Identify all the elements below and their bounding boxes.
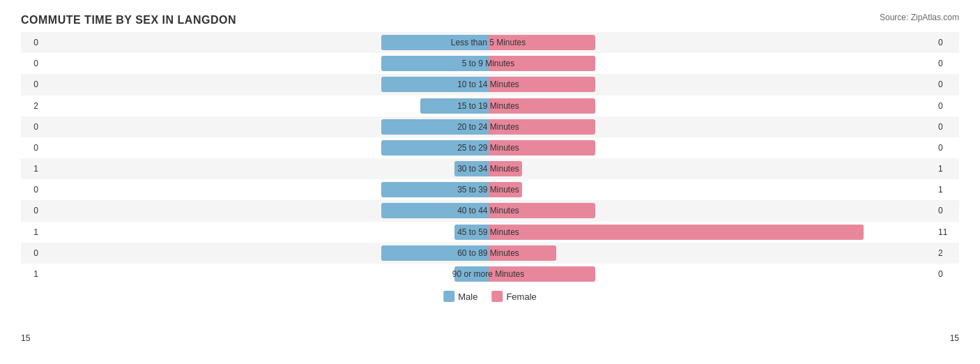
table-row: 145 to 59 Minutes11 xyxy=(21,222,959,243)
row-label: 90 or more Minutes xyxy=(452,269,524,279)
table-row: 010 to 14 Minutes0 xyxy=(21,74,959,95)
table-row: 020 to 24 Minutes0 xyxy=(21,116,959,137)
bar-section: 35 to 39 Minutes xyxy=(42,179,935,200)
female-value: 0 xyxy=(935,79,959,89)
female-value: 1 xyxy=(935,185,959,195)
chart-title: COMMUTE TIME BY SEX IN LANGDON xyxy=(21,14,959,26)
bar-section: 15 to 19 Minutes xyxy=(42,96,935,116)
row-label: Less than 5 Minutes xyxy=(451,38,526,47)
axis-left-label: 15 xyxy=(21,333,30,343)
bar-section: 90 or more Minutes xyxy=(42,264,935,285)
male-value: 0 xyxy=(21,206,42,215)
female-bar xyxy=(489,225,864,240)
row-label: 25 to 29 Minutes xyxy=(457,143,519,153)
chart-area: 0Less than 5 Minutes005 to 9 Minutes0010… xyxy=(21,32,959,305)
bar-section: 60 to 89 Minutes xyxy=(42,243,935,264)
male-color-swatch xyxy=(443,291,454,302)
row-label: 5 to 9 Minutes xyxy=(462,59,514,68)
male-value: 0 xyxy=(21,38,42,47)
bar-section: 10 to 14 Minutes xyxy=(42,74,935,95)
table-row: 130 to 34 Minutes1 xyxy=(21,158,959,179)
legend-male: Male xyxy=(443,291,477,302)
male-value: 2 xyxy=(21,101,42,111)
female-value: 11 xyxy=(935,227,959,237)
male-value: 0 xyxy=(21,79,42,89)
table-row: 025 to 29 Minutes0 xyxy=(21,137,959,158)
table-row: 05 to 9 Minutes0 xyxy=(21,53,959,74)
row-label: 10 to 14 Minutes xyxy=(457,79,519,89)
table-row: 035 to 39 Minutes1 xyxy=(21,179,959,200)
male-value: 0 xyxy=(21,143,42,153)
bar-section: 40 to 44 Minutes xyxy=(42,200,935,221)
row-label: 40 to 44 Minutes xyxy=(457,206,519,215)
bar-section: 30 to 34 Minutes xyxy=(42,158,935,179)
male-value: 0 xyxy=(21,248,42,258)
row-label: 45 to 59 Minutes xyxy=(457,227,519,237)
table-row: 0Less than 5 Minutes0 xyxy=(21,32,959,53)
female-value: 0 xyxy=(935,59,959,68)
table-row: 060 to 89 Minutes2 xyxy=(21,243,959,264)
axis-right-label: 15 xyxy=(950,333,959,343)
chart-container: COMMUTE TIME BY SEX IN LANGDON Source: Z… xyxy=(0,0,980,364)
male-value: 0 xyxy=(21,122,42,132)
female-value: 0 xyxy=(935,143,959,153)
bar-section: 45 to 59 Minutes xyxy=(42,222,935,243)
table-row: 040 to 44 Minutes0 xyxy=(21,200,959,221)
male-value: 0 xyxy=(21,59,42,68)
female-color-swatch xyxy=(491,291,503,302)
row-label: 15 to 19 Minutes xyxy=(457,101,519,111)
female-value: 2 xyxy=(935,248,959,258)
bar-section: 5 to 9 Minutes xyxy=(42,53,935,74)
bar-section: 20 to 24 Minutes xyxy=(42,116,935,137)
source-text: Source: ZipAtlas.com xyxy=(880,13,959,22)
row-label: 35 to 39 Minutes xyxy=(457,185,519,195)
legend-female-label: Female xyxy=(506,291,536,302)
table-row: 215 to 19 Minutes0 xyxy=(21,96,959,116)
table-row: 190 or more Minutes0 xyxy=(21,264,959,285)
female-value: 1 xyxy=(935,164,959,174)
row-label: 20 to 24 Minutes xyxy=(457,122,519,132)
female-value: 0 xyxy=(935,101,959,111)
male-value: 0 xyxy=(21,185,42,195)
bar-section: 25 to 29 Minutes xyxy=(42,137,935,158)
male-value: 1 xyxy=(21,227,42,237)
row-label: 30 to 34 Minutes xyxy=(457,164,519,174)
legend-female: Female xyxy=(491,291,536,302)
rows-container: 0Less than 5 Minutes005 to 9 Minutes0010… xyxy=(21,32,959,285)
chart-legend: Male Female xyxy=(443,291,537,302)
male-value: 1 xyxy=(21,164,42,174)
legend-male-label: Male xyxy=(458,291,477,302)
male-value: 1 xyxy=(21,269,42,279)
female-value: 0 xyxy=(935,206,959,215)
row-label: 60 to 89 Minutes xyxy=(457,248,519,258)
female-value: 0 xyxy=(935,38,959,47)
female-value: 0 xyxy=(935,122,959,132)
female-value: 0 xyxy=(935,269,959,279)
bar-section: Less than 5 Minutes xyxy=(42,32,935,53)
